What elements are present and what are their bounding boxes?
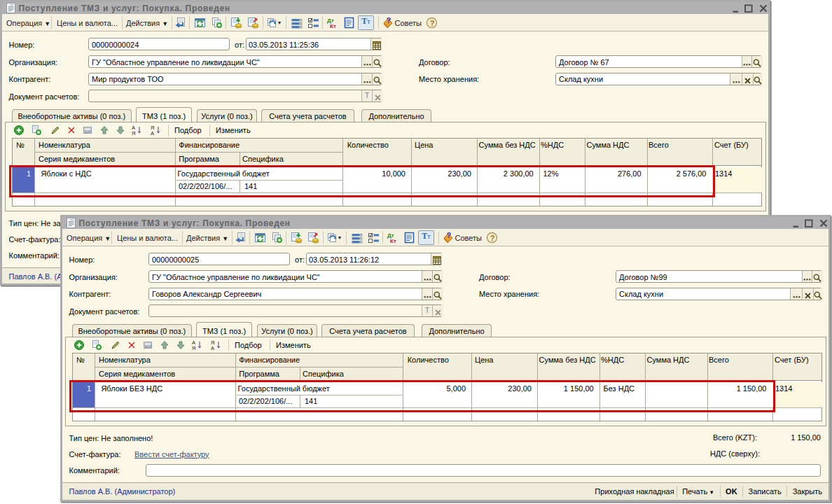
svg-text:Кт: Кт bbox=[330, 23, 336, 29]
svg-text:Я: Я bbox=[132, 130, 135, 136]
svg-text:А: А bbox=[211, 345, 214, 351]
svg-text:ЕОН: ЕОН bbox=[85, 130, 92, 134]
svg-text:Кт: Кт bbox=[390, 238, 396, 244]
svg-text:Я: Я bbox=[192, 345, 195, 351]
svg-text:ЕОН: ЕОН bbox=[145, 345, 152, 349]
svg-text:?: ? bbox=[446, 231, 451, 239]
svg-text:А: А bbox=[151, 130, 154, 136]
svg-text:?: ? bbox=[386, 16, 391, 24]
svg-text:?: ? bbox=[430, 19, 435, 27]
svg-text:?: ? bbox=[490, 234, 495, 242]
